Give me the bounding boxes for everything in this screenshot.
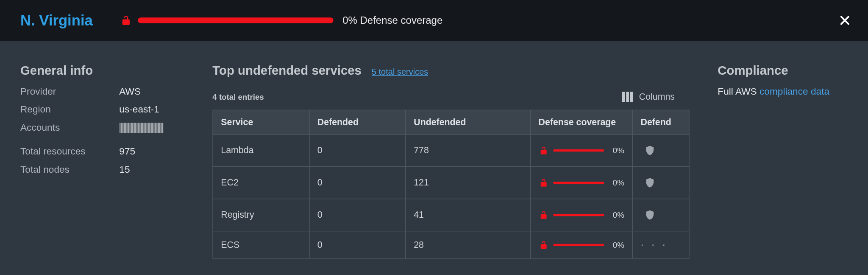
kv-val: 975: [119, 146, 135, 157]
defend-shield-button[interactable]: [640, 206, 659, 224]
cell-service: EC2: [213, 167, 309, 199]
col-undefended[interactable]: Undefended: [406, 110, 530, 134]
kv-key: Total resources: [20, 146, 119, 157]
kv-val: 15: [119, 164, 130, 176]
coverage-bar: [138, 17, 333, 23]
table-row: Registry0410%: [213, 199, 689, 231]
compliance-prefix: Full AWS: [718, 86, 760, 97]
kv-key: Accounts: [20, 122, 119, 134]
cell-undefended: 28: [406, 231, 530, 258]
columns-icon: [622, 92, 634, 102]
coverage-pct: 0%: [608, 210, 624, 219]
table-header-row: Service Defended Undefended Defense cove…: [213, 110, 689, 134]
coverage-block: 0% Defense coverage: [120, 14, 442, 26]
region-title: N. Virginia: [20, 11, 93, 29]
general-info-title: General info: [20, 63, 184, 78]
compliance-title: Compliance: [718, 63, 848, 78]
total-entries-label: 4 total entries: [212, 92, 264, 101]
cell-service: ECS: [213, 231, 309, 258]
shield-icon: [644, 144, 655, 157]
unlocked-icon: [539, 146, 549, 156]
defend-shield-button[interactable]: [640, 141, 659, 160]
content-panel: General info Provider AWS Region us-east…: [0, 41, 868, 258]
shield-icon: [644, 209, 655, 221]
table-row: EC201210%: [213, 167, 689, 199]
svg-rect-4: [630, 92, 633, 102]
col-defended[interactable]: Defended: [309, 110, 405, 134]
kv-val: us-east-1: [119, 104, 159, 115]
cell-coverage: 0%: [530, 199, 632, 231]
cell-defended: 0: [309, 135, 405, 167]
kv-key: Region: [20, 104, 119, 115]
cell-defend: [632, 167, 689, 199]
cell-undefended: 778: [406, 135, 530, 167]
close-button[interactable]: [839, 14, 851, 26]
cell-undefended: 41: [406, 199, 530, 231]
kv-row-total-nodes: Total nodes 15: [20, 164, 184, 176]
unlocked-icon: [120, 14, 132, 26]
svg-rect-2: [622, 92, 625, 102]
coverage-mini-bar: [553, 214, 604, 216]
columns-label: Columns: [639, 92, 675, 102]
kv-val: AWS: [119, 86, 141, 98]
cell-defend: · · ·: [632, 231, 689, 258]
kv-key: Provider: [20, 86, 119, 98]
compliance-section: Compliance Full AWS compliance data: [718, 63, 848, 258]
kv-row-total-resources: Total resources 975: [20, 146, 184, 157]
more-menu-icon[interactable]: · · ·: [640, 238, 668, 250]
table-row: ECS0280%· · ·: [213, 231, 689, 258]
total-services-link[interactable]: 5 total services: [372, 67, 428, 76]
cell-coverage: 0%: [530, 167, 632, 199]
cell-coverage: 0%: [530, 135, 632, 167]
undefended-services-section: Top undefended services 5 total services…: [212, 63, 689, 258]
col-coverage[interactable]: Defense coverage: [530, 110, 632, 134]
coverage-pct: 0%: [608, 240, 624, 249]
coverage-pct: 0%: [608, 178, 624, 187]
undefended-services-title: Top undefended services: [212, 63, 362, 78]
coverage-mini-bar: [553, 182, 604, 184]
general-info-section: General info Provider AWS Region us-east…: [20, 63, 184, 258]
svg-rect-3: [626, 92, 629, 102]
compliance-text: Full AWS compliance data: [718, 86, 848, 98]
redacted-value: [119, 123, 163, 133]
coverage-mini-bar: [553, 149, 604, 152]
defend-shield-button[interactable]: [640, 174, 659, 192]
col-service[interactable]: Service: [213, 110, 309, 134]
cell-service: Lambda: [213, 135, 309, 167]
columns-button[interactable]: Columns: [622, 92, 690, 102]
cell-defended: 0: [309, 199, 405, 231]
kv-row-accounts: Accounts: [20, 122, 184, 134]
coverage-text: 0% Defense coverage: [342, 14, 442, 26]
kv-row-region: Region us-east-1: [20, 104, 184, 115]
cell-undefended: 121: [406, 167, 530, 199]
unlocked-icon: [539, 178, 549, 188]
unlocked-icon: [539, 210, 549, 220]
coverage-pct: 0%: [608, 146, 624, 155]
unlocked-icon: [539, 240, 549, 250]
cell-service: Registry: [213, 199, 309, 231]
cell-defended: 0: [309, 167, 405, 199]
services-table: Service Defended Undefended Defense cove…: [212, 110, 689, 259]
cell-coverage: 0%: [530, 231, 632, 258]
compliance-link[interactable]: compliance data: [760, 86, 829, 97]
kv-row-provider: Provider AWS: [20, 86, 184, 98]
topbar: N. Virginia 0% Defense coverage: [0, 0, 868, 41]
table-row: Lambda07780%: [213, 135, 689, 167]
coverage-mini-bar: [553, 244, 604, 246]
shield-icon: [644, 177, 655, 189]
col-defend: Defend: [632, 110, 689, 134]
cell-defended: 0: [309, 231, 405, 258]
kv-key: Total nodes: [20, 164, 119, 176]
cell-defend: [632, 135, 689, 167]
cell-defend: [632, 199, 689, 231]
